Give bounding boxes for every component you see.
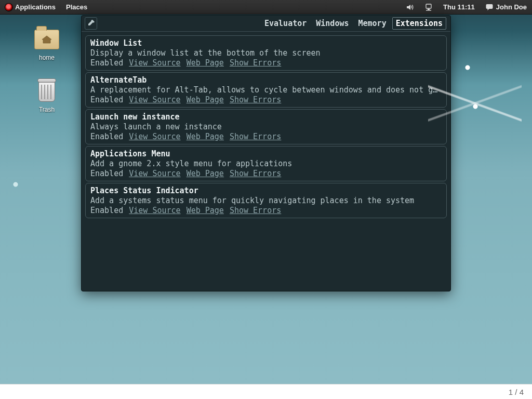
desktop-icon-trash[interactable]: Trash [26,79,68,113]
looking-glass-tabbar: Evaluator Windows Memory Extensions [82,16,450,32]
top-panel: Applications Places Thu 11:11 John Doe [0,0,532,15]
extension-show-errors-link[interactable]: Show Errors [230,169,281,178]
clock[interactable]: Thu 11:11 [438,0,480,14]
extension-web-page-link[interactable]: Web Page [187,95,224,104]
extension-show-errors-link[interactable]: Show Errors [230,206,281,215]
volume-icon [406,3,414,11]
desktop: Applications Places Thu 11:11 John Doe h… [0,0,532,384]
extension-web-page-link[interactable]: Web Page [187,206,224,215]
extension-item: Window List Display a window list at the… [85,35,447,71]
extension-item: Applications Menu Add a gnome 2.x style … [85,146,447,181]
desktop-icon-home-label: home [26,54,68,61]
svg-rect-1 [428,9,430,10]
extension-view-source-link[interactable]: View Source [129,95,180,104]
extension-status: Enabled [90,206,123,215]
extension-title: Launch new instance [90,112,442,122]
tab-memory[interactable]: Memory [355,17,390,30]
looking-glass-panel: Evaluator Windows Memory Extensions Wind… [81,15,451,291]
desktop-icon-home[interactable]: home [26,27,68,61]
extension-item: AlternateTab A replacement for Alt-Tab, … [85,72,447,108]
footer-bar: 1 / 4 [0,384,532,399]
extension-status: Enabled [90,169,123,178]
menu-applications[interactable]: Applications [0,0,61,14]
extension-view-source-link[interactable]: View Source [129,206,180,215]
volume-indicator[interactable] [401,0,419,14]
extension-view-source-link[interactable]: View Source [129,58,180,68]
extension-description: Display a window list at the bottom of t… [90,48,442,58]
extension-item: Launch new instance Always launch a new … [85,109,447,144]
menu-places[interactable]: Places [61,0,92,14]
user-name-label: John Doe [496,0,527,14]
extension-status: Enabled [90,132,123,141]
extension-description: Add a systems status menu for quickly na… [90,196,442,205]
desktop-icon-trash-label: Trash [26,106,68,113]
inspector-tool-button[interactable] [85,17,97,30]
network-icon [424,3,433,11]
tab-extensions[interactable]: Extensions [392,17,446,30]
extension-show-errors-link[interactable]: Show Errors [230,95,281,104]
page-indicator: 1 / 4 [509,388,524,396]
extension-title: Places Status Indicator [90,186,442,195]
extension-web-page-link[interactable]: Web Page [187,132,224,141]
svg-rect-2 [426,10,431,11]
extension-web-page-link[interactable]: Web Page [187,58,224,68]
trash-icon [34,79,59,104]
folder-home-icon [34,27,59,52]
eyedropper-icon [87,19,95,28]
extension-view-source-link[interactable]: View Source [129,169,180,178]
menu-applications-label: Applications [15,0,56,14]
extension-item: Places Status Indicator Add a systems st… [85,183,447,218]
extension-view-source-link[interactable]: View Source [129,132,180,141]
tab-evaluator[interactable]: Evaluator [261,17,310,30]
extensions-list: Window List Display a window list at the… [82,32,450,223]
clock-label: Thu 11:11 [443,0,475,14]
user-menu[interactable]: John Doe [480,0,532,14]
extension-description: Add a gnome 2.x style menu for applicati… [90,159,442,168]
extension-description: Always launch a new instance [90,122,442,131]
extension-status: Enabled [90,95,123,104]
svg-rect-0 [426,4,431,8]
extension-show-errors-link[interactable]: Show Errors [230,58,281,68]
tab-windows[interactable]: Windows [312,17,352,30]
svg-rect-3 [486,4,493,9]
distro-logo-icon [5,4,12,11]
extension-title: Window List [90,38,442,48]
network-indicator[interactable] [419,0,438,14]
extension-title: Applications Menu [90,149,442,158]
extension-web-page-link[interactable]: Web Page [187,169,224,178]
extension-title: AlternateTab [90,75,442,85]
extension-show-errors-link[interactable]: Show Errors [230,132,281,141]
menu-places-label: Places [66,0,87,14]
chat-availability-icon [485,3,494,11]
extension-description: A replacement for Alt-Tab, allows to cyc… [90,85,442,95]
extension-status: Enabled [90,58,123,68]
